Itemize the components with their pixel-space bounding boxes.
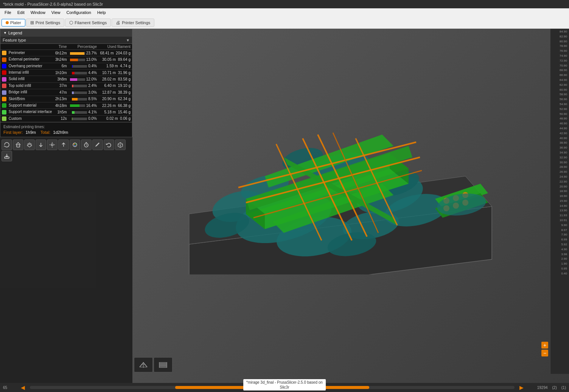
- tool-timer[interactable]: [81, 139, 92, 150]
- tool-rotate[interactable]: [2, 139, 12, 150]
- ruler: 84.90 82.90 80.90 78.90 76.90 74.90 72.9…: [550, 29, 569, 374]
- zoom-in-button[interactable]: +: [541, 342, 548, 349]
- bar-background: [72, 111, 87, 114]
- print-time-row: First layer: 1h9m Total: 1d2h9m: [3, 130, 129, 135]
- left-panel: ▼ Legend Feature type ▼ Time Percentage …: [0, 29, 132, 383]
- titlebar: *brick mold - PrusaSlicer-2.6.0-alpha2 b…: [0, 0, 569, 8]
- ruler-mark: 4.90: [551, 247, 568, 252]
- ruler-mark: 16.90: [551, 194, 568, 199]
- bar-fill: [72, 111, 74, 114]
- ruler-mark: 0.40: [551, 271, 568, 276]
- ruler-mark: 0.95: [551, 266, 568, 271]
- row-time: 1h5m: [54, 109, 68, 115]
- row-name: Support material interface: [0, 109, 54, 115]
- title-text: *brick mold - PrusaSlicer-2.6.0-alpha2 b…: [3, 2, 103, 6]
- legend-row: Perimeter 6h12m 23.7% 68.41 m 204.03 g: [0, 50, 132, 56]
- row-time: 1h10m: [54, 70, 68, 76]
- tool-down[interactable]: [36, 139, 46, 150]
- plater-icon: [6, 21, 9, 24]
- viewport[interactable]: 84.90 82.90 80.90 78.90 76.90 74.90 72.9…: [132, 29, 569, 383]
- legend-panel: ▼ Legend Feature type ▼ Time Percentage …: [0, 29, 132, 137]
- tool-export[interactable]: [2, 151, 12, 161]
- row-filament: 12.87 m 38.39 g: [98, 89, 132, 96]
- menu-view[interactable]: View: [48, 9, 64, 15]
- status-left-arrow[interactable]: ◀: [21, 384, 25, 390]
- menu-window[interactable]: Window: [28, 9, 48, 15]
- tool-color[interactable]: [70, 139, 80, 150]
- feature-type-dropdown[interactable]: ▼: [126, 38, 130, 42]
- ruler-mark: 28.90: [551, 165, 568, 170]
- color-swatch: [2, 97, 6, 101]
- tool-settings[interactable]: [47, 139, 58, 150]
- ruler-mark: 38.90: [551, 141, 568, 146]
- bar-background: [70, 52, 85, 55]
- 3d-view-button[interactable]: [134, 357, 153, 372]
- row-filament: 10.71 m 31.96 g: [98, 70, 132, 76]
- row-pct-bar: 2.4%: [68, 82, 98, 89]
- menu-help[interactable]: Help: [94, 9, 109, 15]
- ruler-mark: 82.90: [551, 34, 568, 39]
- ruler-mark: 13.90: [551, 208, 568, 213]
- color-swatch: [2, 57, 6, 62]
- row-filament: 68.41 m 204.03 g: [98, 50, 132, 56]
- color-swatch: [2, 51, 6, 55]
- svg-rect-47: [159, 363, 167, 364]
- status-right-value: 19294: [537, 386, 548, 390]
- menu-configuration[interactable]: Configuration: [63, 9, 94, 15]
- ruler-mark: 14.90: [551, 204, 568, 209]
- legend-row: Top solid infill 37m 2.4% 6.40 m 19.10 g: [0, 82, 132, 89]
- statusbar: 65 ◀ ▶ 19294 (2) (1) *mirage 3d_final - …: [0, 383, 569, 392]
- svg-point-5: [75, 145, 76, 146]
- col-name: [0, 44, 54, 50]
- bar-fill: [70, 78, 77, 81]
- tool-home[interactable]: [13, 139, 23, 150]
- row-name: Bridge infill: [0, 89, 54, 96]
- row-name: Skirt/Brim: [0, 96, 54, 102]
- row-name: Solid infill: [0, 76, 54, 82]
- bar-background: [70, 59, 85, 61]
- menu-edit[interactable]: Edit: [14, 9, 28, 15]
- filament-settings-button[interactable]: ⬡ Filament Settings: [65, 19, 111, 27]
- feature-type-row: Feature type ▼: [0, 37, 132, 44]
- ruler-mark: 3.98: [551, 252, 568, 257]
- bar-fill: [70, 52, 84, 55]
- tools-panel: [0, 137, 132, 164]
- tool-up[interactable]: [58, 139, 69, 150]
- status-right-arrow[interactable]: ▶: [519, 384, 524, 390]
- tool-edit[interactable]: [92, 139, 103, 150]
- ruler-mark: 60.90: [551, 88, 568, 93]
- legend-row: External perimeter 3h24m 13.0% 30.05 m 8…: [0, 56, 132, 63]
- row-pct-bar: 3.0%: [68, 89, 98, 96]
- row-pct-bar: 23.7%: [68, 50, 98, 56]
- printer-settings-button[interactable]: 🖨 Printer Settings: [112, 19, 154, 27]
- legend-header[interactable]: ▼ Legend: [0, 29, 132, 37]
- bar-fill: [72, 91, 74, 94]
- color-swatch: [2, 70, 6, 75]
- ruler-mark: 1.90: [551, 262, 568, 266]
- row-filament: 22.26 m 66.38 g: [98, 102, 132, 108]
- svg-point-4: [75, 143, 76, 144]
- row-filament: 28.02 m 83.58 g: [98, 76, 132, 82]
- tool-undo[interactable]: [104, 139, 114, 150]
- ruler-mark: 18.90: [551, 189, 568, 194]
- menu-file[interactable]: File: [2, 9, 14, 15]
- row-filament: 0.02 m 0.06 g: [98, 115, 132, 122]
- print-settings-button[interactable]: ⊞ Print Settings: [26, 19, 64, 27]
- print-times-section: Estimated printing times: First layer: 1…: [0, 122, 132, 137]
- ruler-mark: 66.90: [551, 73, 568, 78]
- color-swatch: [2, 116, 6, 121]
- ruler-mark: 24.90: [551, 175, 568, 180]
- zoom-out-button[interactable]: −: [541, 350, 548, 356]
- ruler-mark: 64.90: [551, 78, 568, 83]
- ruler-mark: 8.97: [551, 228, 568, 233]
- bar-background: [72, 85, 87, 87]
- tool-object[interactable]: [115, 139, 126, 150]
- row-pct-bar: 0.4%: [68, 63, 98, 69]
- tool-layers[interactable]: [24, 139, 35, 150]
- status-center-text: *mirage 3d_final - PrusaSlicer-2.5.0 bas…: [243, 379, 326, 390]
- layers-view-button[interactable]: [154, 357, 173, 372]
- bar-fill: [70, 59, 78, 61]
- plater-button[interactable]: Plater: [2, 19, 25, 26]
- ruler-mark: 56.90: [551, 97, 568, 102]
- bar-fill: [72, 65, 73, 68]
